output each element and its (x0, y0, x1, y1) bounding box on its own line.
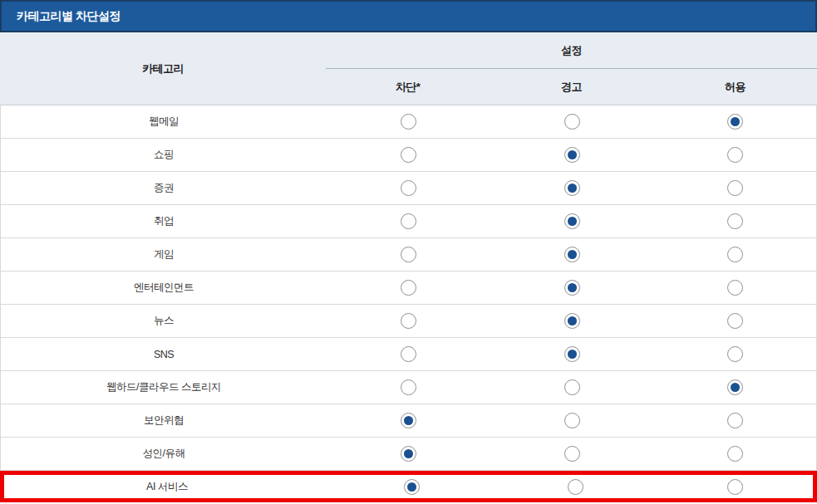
table-row: 성인/유해 (1, 438, 816, 471)
table-row: 엔터테인먼트 (1, 272, 816, 305)
radio-allow[interactable] (727, 147, 743, 163)
category-label: 보안위협 (144, 413, 184, 428)
table-row-highlighted: AI 서비스 (0, 471, 817, 502)
category-label: 게임 (154, 247, 174, 262)
settings-sub-headers: 차단* 경고 허용 (326, 69, 817, 105)
radio-cell-warn (490, 114, 654, 130)
radio-warn[interactable] (564, 413, 580, 428)
radio-block[interactable] (401, 280, 416, 296)
radio-allow[interactable] (727, 180, 743, 196)
table-row: SNS (1, 338, 816, 371)
radio-cell-allow (654, 413, 816, 428)
category-cell: 성인/유해 (1, 447, 327, 461)
radio-cell-allow (657, 479, 813, 495)
radio-cell-warn (490, 413, 654, 428)
radio-block[interactable] (401, 213, 416, 229)
radio-cell-allow (654, 313, 816, 329)
radio-block[interactable] (401, 346, 416, 362)
radio-allow[interactable] (727, 280, 743, 296)
radio-block[interactable] (401, 114, 416, 130)
radio-cell-block (327, 446, 490, 462)
radio-cell-allow (654, 147, 816, 163)
table-row: 뉴스 (1, 305, 816, 338)
radio-block[interactable] (401, 446, 416, 462)
radio-allow[interactable] (727, 247, 743, 262)
block-column-header: 차단* (326, 69, 490, 105)
category-header-label: 카테고리 (142, 61, 184, 76)
radio-cell-block (327, 114, 490, 130)
table-row: 게임 (1, 238, 816, 272)
radio-warn[interactable] (564, 147, 580, 163)
radio-warn[interactable] (564, 346, 580, 362)
radio-block[interactable] (401, 180, 416, 196)
warn-column-header: 경고 (490, 69, 653, 105)
table-body: 웹메일 쇼핑 증권 (0, 105, 817, 502)
radio-warn[interactable] (564, 114, 580, 130)
category-label: 쇼핑 (154, 148, 174, 162)
radio-block[interactable] (401, 379, 416, 395)
radio-warn[interactable] (564, 313, 580, 329)
category-cell: SNS (1, 349, 327, 360)
radio-allow[interactable] (727, 346, 743, 362)
table-row: 증권 (1, 172, 816, 205)
radio-warn[interactable] (568, 479, 583, 495)
radio-cell-warn (490, 346, 654, 362)
radio-cell-allow (654, 446, 816, 462)
radio-cell-warn (490, 446, 654, 462)
category-label: 성인/유해 (143, 447, 185, 461)
radio-cell-allow (654, 247, 816, 262)
radio-allow[interactable] (727, 313, 743, 329)
table-row: 보안위협 (1, 404, 816, 438)
category-cell: 웹하드/클라우드 스토리지 (1, 380, 327, 394)
radio-allow[interactable] (727, 379, 743, 395)
radio-cell-warn (490, 213, 654, 229)
radio-warn[interactable] (564, 180, 580, 196)
radio-cell-block (327, 346, 490, 362)
category-label: SNS (154, 349, 174, 360)
radio-block[interactable] (401, 147, 416, 163)
table-row: 쇼핑 (1, 139, 816, 172)
category-label: 엔터테인먼트 (134, 281, 194, 295)
radio-cell-block (327, 180, 490, 196)
radio-cell-block (327, 147, 490, 163)
radio-cell-block (327, 280, 490, 296)
radio-warn[interactable] (564, 280, 580, 296)
table-row: 웹메일 (1, 105, 816, 139)
category-cell: 증권 (1, 181, 327, 195)
radio-allow[interactable] (727, 479, 743, 495)
radio-cell-block (327, 313, 490, 329)
radio-block[interactable] (401, 313, 416, 329)
category-cell: 엔터테인먼트 (1, 281, 327, 295)
radio-allow[interactable] (727, 446, 743, 462)
category-label: 취업 (154, 214, 174, 228)
radio-cell-warn (490, 280, 654, 296)
radio-cell-warn (490, 247, 654, 262)
radio-warn[interactable] (564, 213, 580, 229)
radio-cell-block (330, 479, 494, 495)
radio-allow[interactable] (727, 213, 743, 229)
radio-warn[interactable] (564, 446, 580, 462)
panel-title-bar: 카테고리별 차단설정 (0, 0, 817, 32)
category-cell: 보안위협 (1, 413, 327, 428)
radio-cell-block (327, 379, 490, 395)
block-header-label: 차단* (396, 80, 421, 95)
table-row: 취업 (1, 205, 816, 238)
radio-warn[interactable] (564, 247, 580, 262)
settings-column-group: 설정 차단* 경고 허용 (326, 32, 817, 105)
radio-allow[interactable] (727, 114, 743, 130)
radio-block[interactable] (401, 247, 416, 262)
category-label: 웹메일 (149, 115, 179, 129)
warn-header-label: 경고 (561, 80, 582, 95)
panel-title: 카테고리별 차단설정 (17, 9, 121, 24)
category-cell: AI 서비스 (4, 480, 330, 494)
category-block-settings-panel: 카테고리별 차단설정 카테고리 설정 차단* 경고 허용 (0, 0, 817, 502)
radio-block[interactable] (401, 413, 416, 428)
category-cell: 게임 (1, 247, 327, 262)
radio-allow[interactable] (727, 413, 743, 428)
radio-warn[interactable] (564, 379, 580, 395)
category-label: 증권 (154, 181, 174, 195)
radio-block[interactable] (404, 479, 420, 495)
category-label: 웹하드/클라우드 스토리지 (106, 380, 221, 394)
radio-cell-allow (654, 114, 816, 130)
settings-group-header: 설정 (326, 32, 817, 69)
